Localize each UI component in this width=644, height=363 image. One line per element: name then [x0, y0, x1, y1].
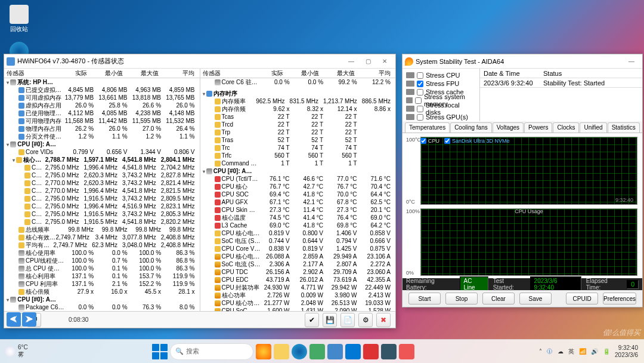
sensor-row[interactable]: Core 0 频率 (pe…2,795.0 MHz1,996.4 MHz4,54…: [4, 164, 200, 171]
sensor-row[interactable]: 核心温度74.5 °C41.4 °C76.4 °C69.0 °C: [200, 214, 396, 222]
sensor-group[interactable]: CPU [#0]: AMD Ryz…: [200, 167, 396, 175]
sensor-row[interactable]: 核心有效频率2,749.7 MHz3.4 MHz3,077.8 MHz2,408…: [4, 233, 200, 241]
weather-widget[interactable]: 6°C 雾: [0, 344, 28, 359]
sensor-row[interactable]: 已使用物理内存4,112 MB4,085 MB4,238 MB4,148 MB: [4, 109, 200, 117]
stress-cpu-check[interactable]: Stress CPU: [406, 71, 476, 79]
sensor-row[interactable]: Core 1 频率 (pe…2,795.0 MHz2,620.3 MHz3,74…: [4, 171, 200, 179]
sensor-row[interactable]: 平均有效频率2,749.7 MHz62.3 MHz3,048.0 MHz2,40…: [4, 241, 200, 249]
taskbar-app-icon[interactable]: [327, 344, 343, 359]
sensor-row[interactable]: L3 Cache69.0 °C41.8 °C69.8 °C64.2 °C: [200, 222, 396, 229]
sensor-row[interactable]: CPU EDC43.719 A26.012 A73.619 A42.355 A: [200, 276, 396, 284]
sensor-row[interactable]: 物理内存占用26.2 %26.0 %27.0 %26.4 %: [4, 125, 200, 133]
sensor-row[interactable]: CPU 核心电压 (SVI…0.819 V0.800 V1.406 V0.858…: [200, 229, 396, 237]
tray-onedrive-icon[interactable]: ☁: [558, 348, 564, 355]
sensor-row[interactable]: CPU 核心76.7 °C42.7 °C76.7 °C70.4 °C: [200, 183, 396, 190]
sensor-row[interactable]: Trc74 T74 T74 T: [200, 144, 396, 152]
log-header[interactable]: Date & Time Status: [480, 69, 642, 78]
aida-titlebar[interactable]: System Stability Test - AIDA64 —: [402, 54, 642, 69]
tab-unified[interactable]: Unified: [580, 122, 606, 133]
stress-disk-check[interactable]: Stress local disks: [406, 104, 476, 113]
nav-back-button[interactable]: ⮜: [7, 312, 21, 327]
sensor-row[interactable]: SoC 电流 (SVI2 TFN)2.306 A2.177 A2.807 A2.…: [200, 260, 396, 268]
preferences-button[interactable]: Preferences: [603, 293, 636, 304]
stress-gpu-check[interactable]: Stress GPU(s): [406, 113, 476, 121]
close-button[interactable]: ✕: [376, 56, 393, 67]
taskbar-app-icon[interactable]: [309, 344, 325, 359]
sensor-row[interactable]: CPU SOC69.4 °C41.8 °C70.0 °C64.4 °C: [200, 190, 396, 198]
taskbar-store-icon[interactable]: [345, 344, 361, 359]
tab-voltages[interactable]: Voltages: [493, 122, 524, 133]
sensor-row[interactable]: CPU Skin 温度27.3 °C11.4 °C27.3 °C20.1 °C: [200, 206, 396, 214]
sensor-row[interactable]: 核心利用率137.1 %0.1 %153.7 %119.9 %: [4, 272, 200, 280]
sensor-row[interactable]: 核心功率2.726 W0.009 W3.980 W2.413 W: [200, 291, 396, 299]
start-button[interactable]: Start: [408, 293, 441, 304]
sensor-row[interactable]: 总 CPU 使用率100.0 %0.1 %100.0 %86.3 %: [4, 264, 200, 272]
recycle-bin[interactable]: 回收站: [5, 5, 33, 33]
tray-hwinfo-icon[interactable]: 🛈: [547, 348, 553, 355]
nav-fwd-button[interactable]: ⮞: [22, 312, 36, 327]
minimize-button[interactable]: —: [623, 56, 640, 67]
tab-cooling[interactable]: Cooling fans: [450, 122, 492, 133]
sensor-group[interactable]: CPU [#0]: AMD Ryze…: [4, 296, 200, 303]
tool-log-icon[interactable]: 📄: [340, 313, 355, 327]
sensor-subgroup[interactable]: 核心频率2,788.7 MHz1,597.1 MHz4,541.8 MHz2,8…: [4, 156, 200, 164]
column-headers[interactable]: 传感器 实际 最小值 最大值 平均: [200, 69, 396, 78]
tool-save-icon[interactable]: 💾: [323, 313, 337, 327]
sensor-row[interactable]: Core 6 频率 (pe…2,795.0 MHz1,916.5 MHz3,74…: [4, 210, 200, 218]
sensor-row[interactable]: CPU 利用率137.1 %2.1 %152.2 %119.9 %: [4, 280, 200, 288]
sensor-row[interactable]: Core VIDs0.799 V0.656 V1.344 V0.806 V: [4, 148, 200, 156]
tab-powers[interactable]: Powers: [524, 122, 552, 133]
sensor-row[interactable]: 虚拟内存占用26.0 %25.8 %26.6 %26.0 %: [4, 101, 200, 109]
sensor-row[interactable]: CPU (Tctl/Tdie)76.1 °C46.6 °C77.0 °C71.6…: [200, 175, 396, 183]
save-button[interactable]: Save: [519, 293, 552, 304]
tool-settings-icon[interactable]: ⚙: [358, 313, 373, 327]
log-row[interactable]: 2023/3/6 9:32:40 Stability Test: Started: [480, 78, 642, 88]
maximize-button[interactable]: ▢: [360, 56, 376, 67]
sensor-row[interactable]: Core C6 驻留率0.0 %0.0 %99.2 %12.2 %: [200, 78, 396, 86]
minimize-button[interactable]: —: [343, 56, 360, 67]
sensor-row[interactable]: 核心使用率100.0 %0.0 %100.0 %86.3 %: [4, 249, 200, 257]
sensor-row[interactable]: CPU 封装功率24.930 W4.771 W29.942 W22.449 W: [200, 284, 396, 291]
sensor-row[interactable]: Core 2 频率 (pe…2,770.0 MHz2,620.3 MHz3,74…: [4, 179, 200, 187]
sensor-row[interactable]: APU GFX67.1 °C42.1 °C67.8 °C62.5 °C: [200, 198, 396, 206]
sensor-row[interactable]: Core 7 频率 (pe…2,795.0 MHz1,916.5 MHz4,54…: [4, 218, 200, 226]
tray-volume-icon[interactable]: 🔊: [591, 348, 598, 355]
hwinfo-titlebar[interactable]: HWiNFO64 v7.30-4870 - 传感器状态 — ▢ ✕: [4, 54, 395, 69]
sensor-row[interactable]: Tcas22 T22 T22 T: [200, 113, 396, 121]
sensor-row[interactable]: Core 5 频率 (pe…2,795.0 MHz1,996.4 MHz4,51…: [4, 202, 200, 210]
column-headers[interactable]: 传感器 实际 最小值 最大值 平均: [4, 69, 200, 78]
sensor-rows-left[interactable]: 系统: HP HP ProBoo…已提交虚拟内存4,845 MB4,806 MB…: [4, 78, 200, 311]
tool-close-icon[interactable]: ✖: [376, 313, 391, 327]
taskbar-edge-icon[interactable]: [292, 344, 307, 359]
taskbar-app-icon[interactable]: [381, 344, 397, 359]
stop-button[interactable]: Stop: [445, 293, 478, 304]
taskbar-explorer-icon[interactable]: [274, 344, 289, 359]
sensor-row[interactable]: 已提交虚拟内存4,845 MB4,806 MB4,963 MB4,859 MB: [4, 86, 200, 94]
sensor-row[interactable]: Core 4 频率 (pe…2,795.0 MHz1,916.5 MHz3,74…: [4, 195, 200, 202]
legend-nvme-check[interactable]: SanDisk Ultra 3D NVMe: [444, 138, 510, 144]
sensor-row[interactable]: Package C6 驻留率0.0 %0.0 %76.3 %8.0 %: [4, 303, 200, 311]
sensor-row[interactable]: Core 3 频率 (pe…2,770.0 MHz1,996.4 MHz4,54…: [4, 187, 200, 195]
sensor-row[interactable]: Trfc560 T560 T560 T: [200, 152, 396, 159]
taskbar-aida-icon[interactable]: [256, 344, 271, 359]
tab-clocks[interactable]: Clocks: [553, 122, 579, 133]
sensor-row[interactable]: 内存倍频9.62 x8.32 x12.14 x8.86 x: [200, 105, 396, 113]
tab-statistics[interactable]: Statistics: [608, 122, 640, 133]
taskbar-clock[interactable]: 9:32:40 2023/3/6: [615, 344, 638, 359]
sensor-group[interactable]: CPU [#0]: AMD Ryze…: [4, 140, 200, 148]
tool-check-icon[interactable]: ✔: [305, 313, 319, 327]
cpuid-button[interactable]: CPUID: [566, 293, 598, 304]
sensor-row[interactable]: CPU Core VID (Effec…0.838 V0.819 V1.425 …: [200, 245, 396, 253]
sensor-row[interactable]: 总线频率99.8 MHz99.8 MHz99.8 MHz99.8 MHz: [4, 226, 200, 233]
sensor-row[interactable]: CPU 核心电流 (SVI…26.088 A2.859 A29.949 A23.…: [200, 253, 396, 260]
sensor-row[interactable]: Trcd22 T22 T22 T: [200, 121, 396, 128]
clear-button[interactable]: Clear: [482, 293, 515, 304]
sensor-row[interactable]: CPU 核心功率 (SVI…21.277 W2.048 W26.513 W19.…: [200, 299, 396, 307]
sensor-row[interactable]: SoC 电压 (SVI2 TFN)0.744 V0.644 V0.794 V0.…: [200, 237, 396, 245]
sensor-row[interactable]: 内存频率962.5 MHz831.5 MHz1,213.7 MHz886.5 M…: [200, 97, 396, 105]
sensor-row[interactable]: CPU SoC 功率 (SVI2…1.600 W1.431 W2.090 W1.…: [200, 307, 396, 311]
sensor-row[interactable]: Command Rate1 T1 T1 T: [200, 159, 396, 167]
stress-fpu-check[interactable]: Stress FPU: [406, 79, 476, 88]
sensor-row[interactable]: CPU/线程使…100.0 %0.7 %100.0 %86.8 %: [4, 257, 200, 264]
taskbar-wps-icon[interactable]: [363, 344, 379, 359]
